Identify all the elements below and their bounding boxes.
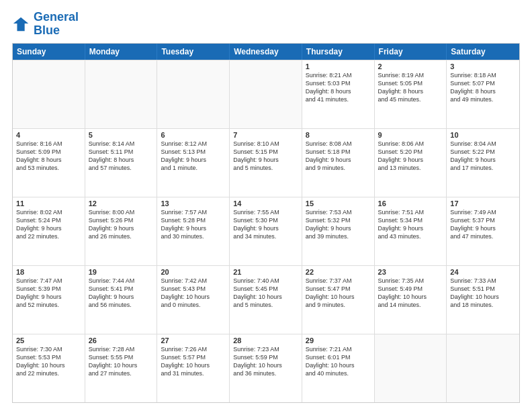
calendar-cell	[447, 334, 519, 402]
calendar-cell: 1Sunrise: 8:21 AM Sunset: 5:03 PM Daylig…	[302, 60, 375, 128]
calendar-cell: 8Sunrise: 8:08 AM Sunset: 5:18 PM Daylig…	[302, 129, 375, 197]
calendar-header: SundayMondayTuesdayWednesdayThursdayFrid…	[13, 44, 519, 60]
day-header: Thursday	[302, 44, 375, 60]
day-number: 14	[233, 199, 298, 208]
day-header: Friday	[375, 44, 447, 60]
calendar-cell: 26Sunrise: 7:28 AM Sunset: 5:55 PM Dayli…	[85, 334, 158, 402]
calendar-cell: 2Sunrise: 8:19 AM Sunset: 5:05 PM Daylig…	[375, 60, 447, 128]
page-header: General Blue	[12, 11, 520, 38]
cell-info: Sunrise: 8:04 AM Sunset: 5:22 PM Dayligh…	[450, 140, 516, 173]
cell-info: Sunrise: 8:00 AM Sunset: 5:26 PM Dayligh…	[89, 208, 154, 241]
calendar-cell: 20Sunrise: 7:42 AM Sunset: 5:43 PM Dayli…	[157, 266, 230, 334]
calendar-cell: 5Sunrise: 8:14 AM Sunset: 5:11 PM Daylig…	[85, 129, 158, 197]
calendar-cell	[13, 60, 85, 128]
day-number: 3	[450, 62, 516, 71]
day-number: 1	[306, 62, 371, 71]
cell-info: Sunrise: 8:10 AM Sunset: 5:15 PM Dayligh…	[233, 140, 298, 173]
calendar-week: 1Sunrise: 8:21 AM Sunset: 5:03 PM Daylig…	[13, 60, 519, 128]
calendar-cell	[157, 60, 230, 128]
day-header: Wednesday	[230, 44, 302, 60]
day-number: 17	[450, 199, 516, 208]
day-number: 27	[161, 336, 226, 345]
calendar-cell: 9Sunrise: 8:06 AM Sunset: 5:20 PM Daylig…	[375, 129, 447, 197]
day-header: Sunday	[13, 44, 85, 60]
day-number: 5	[89, 131, 154, 139]
cell-info: Sunrise: 8:21 AM Sunset: 5:03 PM Dayligh…	[306, 71, 371, 104]
day-number: 4	[16, 131, 81, 139]
day-number: 26	[89, 336, 154, 345]
day-number: 20	[161, 268, 226, 276]
cell-info: Sunrise: 7:37 AM Sunset: 5:47 PM Dayligh…	[306, 277, 371, 310]
day-number: 18	[16, 268, 81, 276]
calendar-cell: 28Sunrise: 7:23 AM Sunset: 5:59 PM Dayli…	[230, 334, 302, 402]
day-number: 28	[233, 336, 298, 345]
cell-info: Sunrise: 7:35 AM Sunset: 5:49 PM Dayligh…	[378, 277, 443, 310]
calendar-cell: 19Sunrise: 7:44 AM Sunset: 5:41 PM Dayli…	[85, 266, 158, 334]
calendar-cell	[375, 334, 447, 402]
day-number: 25	[16, 336, 81, 345]
day-header: Monday	[85, 44, 158, 60]
day-header: Tuesday	[157, 44, 230, 60]
day-number: 6	[161, 131, 226, 139]
svg-marker-0	[13, 17, 28, 32]
calendar-cell: 7Sunrise: 8:10 AM Sunset: 5:15 PM Daylig…	[230, 129, 302, 197]
day-number: 29	[306, 336, 371, 345]
calendar-cell: 10Sunrise: 8:04 AM Sunset: 5:22 PM Dayli…	[447, 129, 519, 197]
cell-info: Sunrise: 7:53 AM Sunset: 5:32 PM Dayligh…	[306, 208, 371, 241]
day-number: 22	[306, 268, 371, 276]
day-number: 7	[233, 131, 298, 139]
day-number: 16	[378, 199, 443, 208]
calendar-cell: 15Sunrise: 7:53 AM Sunset: 5:32 PM Dayli…	[302, 197, 375, 265]
logo-icon	[12, 15, 31, 34]
cell-info: Sunrise: 7:51 AM Sunset: 5:34 PM Dayligh…	[378, 208, 443, 241]
cell-info: Sunrise: 8:16 AM Sunset: 5:09 PM Dayligh…	[16, 140, 81, 173]
cell-info: Sunrise: 8:06 AM Sunset: 5:20 PM Dayligh…	[378, 140, 443, 173]
cell-info: Sunrise: 8:19 AM Sunset: 5:05 PM Dayligh…	[378, 71, 443, 104]
cell-info: Sunrise: 7:28 AM Sunset: 5:55 PM Dayligh…	[89, 345, 154, 378]
calendar-cell: 11Sunrise: 8:02 AM Sunset: 5:24 PM Dayli…	[13, 197, 85, 265]
day-number: 13	[161, 199, 226, 208]
calendar-cell: 6Sunrise: 8:12 AM Sunset: 5:13 PM Daylig…	[157, 129, 230, 197]
calendar-cell: 23Sunrise: 7:35 AM Sunset: 5:49 PM Dayli…	[375, 266, 447, 334]
day-number: 8	[306, 131, 371, 139]
day-header: Saturday	[447, 44, 519, 60]
day-number: 19	[89, 268, 154, 276]
calendar-cell: 29Sunrise: 7:21 AM Sunset: 6:01 PM Dayli…	[302, 334, 375, 402]
cell-info: Sunrise: 7:47 AM Sunset: 5:39 PM Dayligh…	[16, 277, 81, 310]
calendar-cell: 12Sunrise: 8:00 AM Sunset: 5:26 PM Dayli…	[85, 197, 158, 265]
cell-info: Sunrise: 8:12 AM Sunset: 5:13 PM Dayligh…	[161, 140, 226, 173]
calendar-cell	[85, 60, 158, 128]
day-number: 21	[233, 268, 298, 276]
calendar-week: 25Sunrise: 7:30 AM Sunset: 5:53 PM Dayli…	[13, 334, 519, 402]
calendar-body: 1Sunrise: 8:21 AM Sunset: 5:03 PM Daylig…	[13, 60, 519, 402]
day-number: 9	[378, 131, 443, 139]
calendar-week: 18Sunrise: 7:47 AM Sunset: 5:39 PM Dayli…	[13, 265, 519, 334]
calendar-cell: 4Sunrise: 8:16 AM Sunset: 5:09 PM Daylig…	[13, 129, 85, 197]
calendar-cell: 13Sunrise: 7:57 AM Sunset: 5:28 PM Dayli…	[157, 197, 230, 265]
calendar-cell: 3Sunrise: 8:18 AM Sunset: 5:07 PM Daylig…	[447, 60, 519, 128]
day-number: 23	[378, 268, 443, 276]
calendar-cell: 22Sunrise: 7:37 AM Sunset: 5:47 PM Dayli…	[302, 266, 375, 334]
calendar-cell: 18Sunrise: 7:47 AM Sunset: 5:39 PM Dayli…	[13, 266, 85, 334]
cell-info: Sunrise: 7:23 AM Sunset: 5:59 PM Dayligh…	[233, 345, 298, 378]
calendar-cell: 27Sunrise: 7:26 AM Sunset: 5:57 PM Dayli…	[157, 334, 230, 402]
cell-info: Sunrise: 7:42 AM Sunset: 5:43 PM Dayligh…	[161, 277, 226, 310]
cell-info: Sunrise: 8:18 AM Sunset: 5:07 PM Dayligh…	[450, 71, 516, 104]
day-number: 10	[450, 131, 516, 139]
cell-info: Sunrise: 7:30 AM Sunset: 5:53 PM Dayligh…	[16, 345, 81, 378]
day-number: 2	[378, 62, 443, 71]
cell-info: Sunrise: 7:40 AM Sunset: 5:45 PM Dayligh…	[233, 277, 298, 310]
calendar: SundayMondayTuesdayWednesdayThursdayFrid…	[12, 43, 520, 403]
day-number: 12	[89, 199, 154, 208]
logo: General Blue	[12, 11, 79, 38]
cell-info: Sunrise: 7:33 AM Sunset: 5:51 PM Dayligh…	[450, 277, 516, 310]
cell-info: Sunrise: 8:08 AM Sunset: 5:18 PM Dayligh…	[306, 140, 371, 173]
logo-text: General Blue	[34, 11, 79, 38]
calendar-week: 11Sunrise: 8:02 AM Sunset: 5:24 PM Dayli…	[13, 197, 519, 265]
calendar-cell: 14Sunrise: 7:55 AM Sunset: 5:30 PM Dayli…	[230, 197, 302, 265]
calendar-cell: 17Sunrise: 7:49 AM Sunset: 5:37 PM Dayli…	[447, 197, 519, 265]
cell-info: Sunrise: 8:02 AM Sunset: 5:24 PM Dayligh…	[16, 208, 81, 241]
day-number: 15	[306, 199, 371, 208]
cell-info: Sunrise: 7:57 AM Sunset: 5:28 PM Dayligh…	[161, 208, 226, 241]
calendar-cell: 25Sunrise: 7:30 AM Sunset: 5:53 PM Dayli…	[13, 334, 85, 402]
